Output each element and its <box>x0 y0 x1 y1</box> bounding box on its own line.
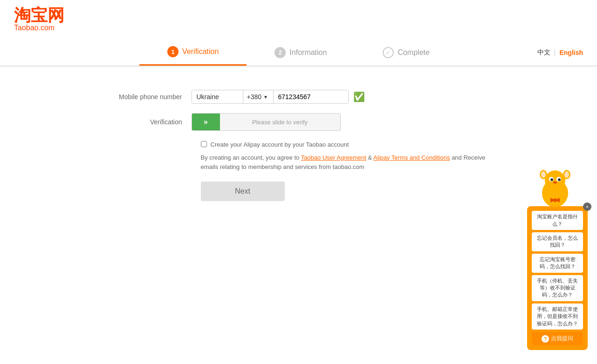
step-label-verification: Verification <box>182 47 219 56</box>
steps-nav-wrapper: 1 Verification 2 Information ✓ Complete … <box>0 39 597 67</box>
step-information[interactable]: 2 Information <box>247 40 355 65</box>
lang-en[interactable]: English <box>559 49 583 56</box>
step-label-information: Information <box>289 48 327 57</box>
step-number-1: 1 <box>167 46 178 57</box>
verification-label: Verification <box>108 118 192 126</box>
agreement-text-1: By creating an account, you agree to <box>201 154 301 161</box>
alipay-agreement-link[interactable]: Alipay Terms and Conditions <box>373 154 450 161</box>
taobao-agreement-link[interactable]: Taobao User Agreement <box>301 154 366 161</box>
slider-text: Please slide to verify <box>220 119 340 126</box>
logo-chinese: 淘宝网 <box>14 7 64 24</box>
phone-valid-icon: ✅ <box>353 91 365 102</box>
country-name: Ukraine <box>197 93 219 101</box>
lang-divider: | <box>554 49 556 56</box>
step-number-2: 2 <box>274 47 286 58</box>
main-content: Mobile phone number Ukraine Ukraine +380… <box>89 90 508 201</box>
svg-point-6 <box>553 182 557 184</box>
checkbox-area: Create your Alipay account by your Taoba… <box>201 140 490 172</box>
svg-point-8 <box>541 171 546 178</box>
dropdown-arrow-icon: ▼ <box>263 94 268 100</box>
verification-control: » Please slide to verify <box>192 113 341 131</box>
ampersand: & <box>366 154 373 161</box>
logo-area: 淘宝网 Taobao.com <box>0 0 597 39</box>
chat-item-0[interactable]: 淘宝账户名是指什么？ <box>532 211 583 224</box>
slider-arrows-icon: » <box>204 118 208 126</box>
agreement-text: By creating an account, you agree to Tao… <box>201 153 490 173</box>
svg-point-1 <box>545 170 565 191</box>
verification-row: Verification » Please slide to verify <box>108 113 490 131</box>
lang-zh[interactable]: 中文 <box>537 48 550 57</box>
steps-nav: 1 Verification 2 Information ✓ Complete … <box>0 39 597 67</box>
step-label-complete: Complete <box>398 48 429 57</box>
step-verification[interactable]: 1 Verification <box>139 39 247 66</box>
alipay-checkbox-label: Create your Alipay account by your Taoba… <box>211 140 349 149</box>
alipay-checkbox-row: Create your Alipay account by your Taoba… <box>201 140 490 149</box>
mascot-svg <box>534 168 576 209</box>
country-code: +380 ▼ <box>243 90 274 103</box>
language-switcher: 中文 | English <box>537 48 583 57</box>
assistant-container: × 淘宝账户名是指什么？ 忘记会员名，怎么找回？ 忘记淘宝账号密码，怎么找回？ … <box>527 168 583 224</box>
assistant-mascot <box>527 168 583 211</box>
taobao-logo[interactable]: 淘宝网 Taobao.com <box>14 7 64 32</box>
svg-point-5 <box>558 178 561 181</box>
chat-close-button[interactable]: × <box>583 202 591 211</box>
phone-label: Mobile phone number <box>108 93 192 101</box>
svg-point-13 <box>553 198 557 202</box>
step-complete[interactable]: ✓ Complete <box>355 40 457 65</box>
phone-row: Mobile phone number Ukraine Ukraine +380… <box>108 90 490 104</box>
logo-url: Taobao.com <box>14 24 64 32</box>
step-check-icon: ✓ <box>383 47 394 58</box>
phone-group: Ukraine Ukraine +380 ▼ <box>192 90 349 104</box>
slider-container[interactable]: » Please slide to verify <box>192 113 341 131</box>
phone-number-input[interactable] <box>274 90 348 103</box>
country-selector[interactable]: Ukraine Ukraine <box>192 90 243 103</box>
country-code-value: +380 <box>247 93 262 101</box>
svg-point-10 <box>564 171 569 178</box>
svg-point-4 <box>550 178 553 181</box>
alipay-checkbox[interactable] <box>201 141 207 147</box>
slider-handle[interactable]: » <box>192 114 220 130</box>
phone-control: Ukraine Ukraine +380 ▼ ✅ <box>192 90 365 104</box>
next-button[interactable]: Next <box>201 182 285 201</box>
